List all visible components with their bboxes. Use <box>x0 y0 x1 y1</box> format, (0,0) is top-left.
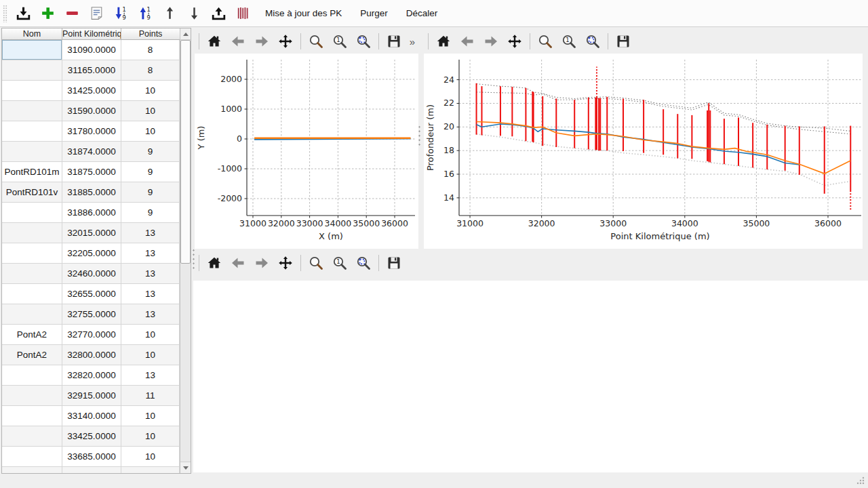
table-cell-points[interactable]: 8 <box>121 40 180 60</box>
forward-button[interactable] <box>253 33 271 50</box>
table-cell-nom[interactable] <box>2 386 62 406</box>
table-cell-pk[interactable]: 31875.0000 <box>62 162 121 182</box>
red-stripes-button[interactable] <box>233 3 254 24</box>
table-cell-points[interactable]: 13 <box>121 264 180 284</box>
table-cell-points[interactable]: 8 <box>121 60 180 81</box>
table-cell-pk[interactable]: 31874.0000 <box>62 142 121 162</box>
table-cell-points[interactable]: 13 <box>121 365 180 386</box>
zoom-button[interactable] <box>536 33 554 50</box>
save-button[interactable] <box>614 33 632 50</box>
right-plot-canvas[interactable]: 3100032000330003400035000360001416182022… <box>424 54 863 249</box>
table-cell-pk[interactable]: 32800.0000 <box>62 345 121 365</box>
remove-button[interactable] <box>62 3 83 24</box>
export-button[interactable] <box>208 3 229 24</box>
sort-descending-button[interactable]: 19 <box>135 3 156 24</box>
table-cell-pk[interactable]: 32820.0000 <box>62 365 121 386</box>
table-cell-nom[interactable]: PontA2 <box>2 325 62 345</box>
table-cell-nom[interactable] <box>2 223 62 243</box>
scrollbar-thumb[interactable] <box>180 40 191 264</box>
xy-plan-chart[interactable]: 310003200033000340003500036000-2000-1000… <box>195 54 418 249</box>
table-cell-nom[interactable] <box>2 447 62 467</box>
table-cell-pk[interactable]: 31590.0000 <box>62 101 121 121</box>
table-cell-pk[interactable]: 31885.0000 <box>62 182 121 203</box>
table-cell-points[interactable]: 13 <box>121 284 180 304</box>
table-cell-points[interactable]: 9 <box>121 142 180 162</box>
back-button[interactable] <box>229 33 247 50</box>
table-cell-points[interactable]: 10 <box>121 81 180 101</box>
table-cell-nom[interactable]: PontRD101v <box>2 182 62 203</box>
table-cell-points[interactable]: 11 <box>121 386 180 406</box>
table-cell-pk[interactable]: 33425.0000 <box>62 426 121 447</box>
home-button[interactable] <box>205 254 223 272</box>
table-cell-points[interactable]: 13 <box>121 243 180 264</box>
home-button[interactable] <box>435 33 452 50</box>
table-cell-points[interactable]: 9 <box>121 162 180 182</box>
table-cell-nom[interactable] <box>2 101 62 121</box>
move-up-button[interactable] <box>159 3 180 24</box>
window-resize-grip[interactable] <box>856 476 865 485</box>
pan-button[interactable] <box>277 254 294 272</box>
table-cell-pk[interactable]: 31780.0000 <box>62 121 121 142</box>
table-cell-nom[interactable] <box>2 243 62 264</box>
left-plot-canvas[interactable]: 310003200033000340003500036000-2000-1000… <box>195 54 418 249</box>
table-cell-pk[interactable]: 32460.0000 <box>62 264 121 284</box>
import-button[interactable] <box>13 3 34 24</box>
column-header-point-kilometrique[interactable]: Point Kilométrique <box>62 28 121 39</box>
table-cell-pk[interactable]: 33140.0000 <box>62 406 121 426</box>
table-cell-points[interactable] <box>121 467 180 474</box>
profondeur-chart[interactable]: 3100032000330003400035000360001416182022… <box>424 54 863 249</box>
bottom-plot-canvas[interactable] <box>193 281 868 472</box>
table-cell-pk[interactable]: 32015.0000 <box>62 223 121 243</box>
table-cell-pk[interactable]: 32655.0000 <box>62 284 121 304</box>
add-button[interactable] <box>37 3 58 24</box>
table-cell-points[interactable]: 13 <box>121 304 180 325</box>
toolbar-drag-handle[interactable] <box>3 5 7 22</box>
save-button[interactable] <box>385 254 403 272</box>
scrollbar-down-button[interactable] <box>180 462 191 473</box>
table-cell-nom[interactable]: PontRD101m <box>2 162 62 182</box>
table-cell-pk[interactable] <box>62 467 121 474</box>
table-cell-nom[interactable] <box>2 304 62 325</box>
forward-button[interactable] <box>482 33 500 50</box>
document-button[interactable] <box>86 3 107 24</box>
table-cell-nom[interactable] <box>2 142 62 162</box>
zoom-original-button[interactable]: 1 <box>560 33 578 50</box>
zoom-button[interactable] <box>307 254 325 272</box>
table-cell-nom[interactable] <box>2 60 62 81</box>
update-pk-button[interactable]: Mise à jour des PK <box>258 3 349 24</box>
purge-button[interactable]: Purger <box>353 3 395 24</box>
table-vertical-scrollbar[interactable] <box>180 28 191 473</box>
zoom-fit-button[interactable] <box>584 33 601 50</box>
pan-button[interactable] <box>277 33 294 50</box>
table-cell-points[interactable]: 10 <box>121 406 180 426</box>
column-header-nom[interactable]: Nom <box>2 28 62 39</box>
pan-button[interactable] <box>506 33 524 50</box>
zoom-fit-button[interactable] <box>355 254 372 272</box>
table-cell-points[interactable]: 10 <box>121 447 180 467</box>
table-cell-pk[interactable]: 32755.0000 <box>62 304 121 325</box>
table-cell-points[interactable]: 10 <box>121 345 180 365</box>
table-cell-points[interactable]: 10 <box>121 325 180 345</box>
toolbar-overflow-button[interactable]: » <box>410 36 414 47</box>
table-cell-nom[interactable] <box>2 284 62 304</box>
zoom-original-button[interactable]: 1 <box>331 254 349 272</box>
shift-button[interactable]: Décaler <box>399 3 445 24</box>
table-cell-nom[interactable] <box>2 426 62 447</box>
back-button[interactable] <box>229 254 247 272</box>
table-cell-pk[interactable]: 32915.0000 <box>62 386 121 406</box>
table-cell-pk[interactable]: 31425.0000 <box>62 81 121 101</box>
home-button[interactable] <box>205 33 223 50</box>
table-cell-nom[interactable] <box>2 40 62 60</box>
table-cell-nom[interactable] <box>2 406 62 426</box>
move-down-button[interactable] <box>184 3 205 24</box>
table-cell-pk[interactable]: 31886.0000 <box>62 203 121 223</box>
zoom-original-button[interactable]: 1 <box>331 33 349 50</box>
table-cell-nom[interactable] <box>2 203 62 223</box>
zoom-fit-button[interactable] <box>355 33 372 50</box>
sort-ascending-button[interactable]: 19 <box>111 3 132 24</box>
table-cell-pk[interactable]: 31165.0000 <box>62 60 121 81</box>
table-cell-nom[interactable] <box>2 121 62 142</box>
table-cell-points[interactable]: 9 <box>121 203 180 223</box>
back-button[interactable] <box>458 33 476 50</box>
table-cell-points[interactable]: 13 <box>121 223 180 243</box>
